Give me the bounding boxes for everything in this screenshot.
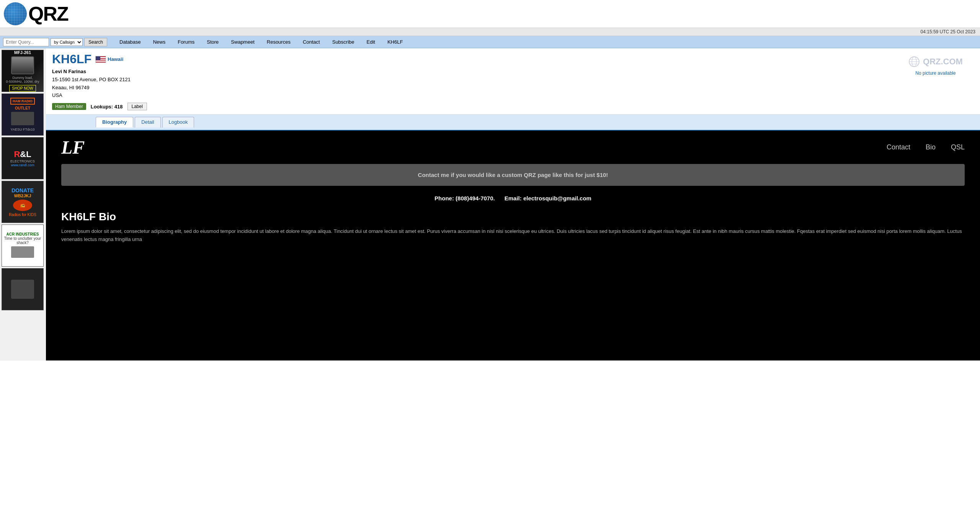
bio-title: KH6LF Bio bbox=[61, 211, 965, 223]
utc-time: 04:15:59 UTC 25 Oct 2023 bbox=[921, 29, 975, 34]
bio-text: Lorem ipsum dolor sit amet, consectetur … bbox=[61, 228, 965, 244]
ad-bottom[interactable] bbox=[2, 268, 44, 310]
callsign-text: KH6LF bbox=[52, 52, 91, 66]
phone-label: Phone: bbox=[434, 195, 454, 202]
lookups-count: Lookups: 418 bbox=[91, 104, 123, 110]
contact-banner: Contact me if you would like a custom QR… bbox=[61, 164, 965, 186]
left-sidebar: MFJ-261 Dummy load, 0-500MHz, 100W, dry … bbox=[0, 48, 46, 360]
bio-nav-bio[interactable]: Bio bbox=[926, 143, 936, 151]
email-label: Email: bbox=[505, 195, 522, 202]
email-address: electrosquib@gmail.com bbox=[523, 195, 591, 202]
us-flag-icon bbox=[95, 56, 106, 63]
logo-globe-icon bbox=[4, 2, 27, 25]
ad-donate-title: DONATE bbox=[11, 187, 34, 193]
ham-member-badge: Ham Member bbox=[52, 103, 86, 110]
nav-bar: by Callsign Search Database News Forums … bbox=[0, 36, 980, 48]
ad-mfj[interactable]: MFJ-261 Dummy load, 0-500MHz, 100W, dry … bbox=[2, 50, 44, 92]
ad-bottom-image bbox=[11, 280, 34, 299]
qrz-watermark-text: QRZ.COM bbox=[923, 57, 963, 67]
nav-callsign[interactable]: KH6LF bbox=[381, 38, 409, 46]
ad-mfj-desc: Dummy load, bbox=[12, 76, 33, 80]
qrz-watermark: QRZ.COM bbox=[901, 56, 970, 67]
profile-header: KH6LF Hawaii Levi N Farinas 15-1590 1st … bbox=[46, 48, 980, 115]
country: USA bbox=[52, 92, 891, 100]
bio-content: LF Contact Bio QSL Contact me if you wou… bbox=[46, 131, 980, 360]
search-input[interactable] bbox=[3, 38, 49, 46]
state-label: Hawaii bbox=[108, 56, 123, 62]
ad-acr[interactable]: ACR INDUSTRIES Time to unclutter your sh… bbox=[2, 224, 44, 267]
ad-ham-radio-image bbox=[11, 112, 34, 125]
ad-mfj-title: MFJ-261 bbox=[14, 50, 31, 55]
ad-donate-icon: 📻 bbox=[13, 200, 32, 211]
qrz-logo-area: QRZ.COM No picture available bbox=[897, 52, 974, 80]
name-address: Levi N Farinas 15-1590 1st Avenue, PO BO… bbox=[52, 68, 891, 100]
utc-bar: 04:15:59 UTC 25 Oct 2023 bbox=[0, 28, 980, 36]
contact-info-row: Phone: (808)494-7070. Email: electrosqui… bbox=[46, 186, 980, 211]
ad-mfj-cta: SHOP NOW bbox=[9, 85, 36, 92]
top-header: QRZ bbox=[0, 0, 980, 28]
callsign-title: KH6LF Hawaii bbox=[52, 52, 891, 66]
ad-rl-website: www.randl.com bbox=[11, 163, 34, 167]
nav-contact[interactable]: Contact bbox=[297, 38, 326, 46]
ad-rl[interactable]: R&L ELECTRONICS www.randl.com bbox=[2, 137, 44, 179]
ad-acr-image bbox=[11, 246, 34, 258]
bio-nav-qsl[interactable]: QSL bbox=[951, 143, 965, 151]
main-layout: MFJ-261 Dummy load, 0-500MHz, 100W, dry … bbox=[0, 48, 980, 360]
globe-watermark-icon bbox=[908, 56, 920, 67]
ad-rl-line2: ELECTRONICS bbox=[10, 159, 35, 163]
logo-area: QRZ bbox=[4, 2, 68, 25]
bio-nav-contact[interactable]: Contact bbox=[887, 143, 910, 151]
nav-edit[interactable]: Edit bbox=[361, 38, 381, 46]
nav-subscribe[interactable]: Subscribe bbox=[326, 38, 361, 46]
ad-ham-radio-outlet: OUTLET bbox=[15, 106, 30, 110]
nav-database[interactable]: Database bbox=[113, 38, 147, 46]
search-area: by Callsign Search bbox=[3, 38, 107, 46]
tab-biography[interactable]: Biography bbox=[96, 117, 133, 128]
ad-mfj-desc2: 0-500MHz, 100W, dry bbox=[6, 80, 39, 84]
ad-donate[interactable]: DONATE WB2JKJ 📻 Radios for KIDS bbox=[2, 181, 44, 223]
tabs-bar: Biography Detail Logbook bbox=[46, 115, 980, 131]
bio-nav: LF Contact Bio QSL bbox=[46, 131, 980, 164]
flag-area: Hawaii bbox=[95, 56, 123, 63]
ad-rl-title: R&L bbox=[14, 149, 31, 159]
label-button[interactable]: Label bbox=[127, 103, 147, 110]
ad-mfj-image bbox=[11, 56, 34, 74]
logo-text: QRZ bbox=[28, 2, 68, 25]
bio-nav-links: Contact Bio QSL bbox=[887, 143, 965, 151]
operator-name: Levi N Farinas bbox=[52, 68, 891, 76]
address-line1: 15-1590 1st Avenue, PO BOX 2121 bbox=[52, 76, 891, 84]
ad-ham-radio-model: YAESU FTdx10 bbox=[11, 128, 35, 131]
ad-ham-radio-title: HAM RADIO bbox=[10, 98, 35, 105]
ad-acr-brand: ACR INDUSTRIES bbox=[6, 232, 39, 236]
lookups-number: 418 bbox=[114, 104, 123, 110]
callsign-select[interactable]: by Callsign bbox=[51, 38, 83, 46]
lookups-label: Lookups: bbox=[91, 104, 113, 110]
search-button[interactable]: Search bbox=[84, 38, 107, 46]
bio-section: KH6LF Bio Lorem ipsum dolor sit amet, co… bbox=[46, 211, 980, 259]
membership-row: Ham Member Lookups: 418 Label bbox=[52, 103, 891, 110]
callsign-info: KH6LF Hawaii Levi N Farinas 15-1590 1st … bbox=[52, 52, 891, 110]
nav-resources[interactable]: Resources bbox=[261, 38, 297, 46]
nav-news[interactable]: News bbox=[147, 38, 172, 46]
ad-donate-desc: Radios for KIDS bbox=[9, 213, 36, 217]
bio-logo: LF bbox=[61, 137, 85, 158]
ad-acr-desc: Time to unclutter your shack? bbox=[2, 236, 43, 245]
no-picture-label: No picture available bbox=[901, 70, 970, 76]
contact-banner-text: Contact me if you would like a custom QR… bbox=[418, 172, 608, 178]
ad-donate-callsign: WB2JKJ bbox=[14, 193, 31, 198]
right-content: KH6LF Hawaii Levi N Farinas 15-1590 1st … bbox=[46, 48, 980, 360]
phone-number: (808)494-7070. bbox=[456, 195, 495, 202]
address-line2: Keaau, HI 96749 bbox=[52, 84, 891, 92]
ad-ham-radio[interactable]: HAM RADIO OUTLET YAESU FTdx10 bbox=[2, 93, 44, 136]
nav-store[interactable]: Store bbox=[201, 38, 225, 46]
tab-detail[interactable]: Detail bbox=[135, 117, 160, 128]
nav-swapmeet[interactable]: Swapmeet bbox=[225, 38, 260, 46]
nav-forums[interactable]: Forums bbox=[172, 38, 201, 46]
tab-logbook[interactable]: Logbook bbox=[162, 117, 194, 128]
